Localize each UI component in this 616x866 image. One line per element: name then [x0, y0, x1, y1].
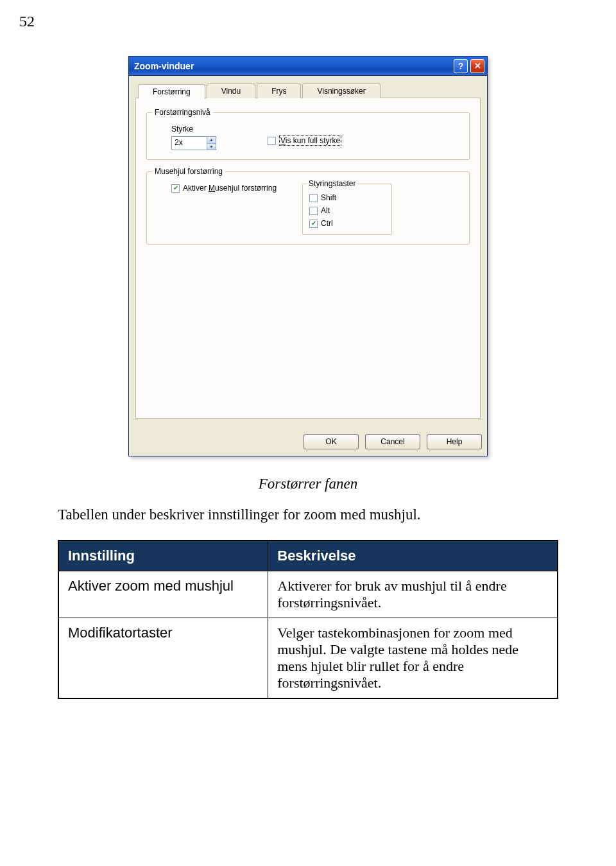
alt-checkbox[interactable]: Alt — [309, 206, 385, 215]
checkbox-icon — [268, 137, 276, 145]
checkbox-icon — [309, 207, 318, 215]
table-row: Aktiver zoom med mushjul Aktiverer for b… — [58, 571, 558, 618]
ctrl-label: Ctrl — [321, 219, 333, 228]
spin-up-icon[interactable]: ▲ — [207, 137, 216, 144]
tab-page: Forstørringsnivå Styrke 2x ▲ ▼ — [135, 98, 481, 419]
help-button[interactable]: Help — [427, 434, 482, 449]
tab-magnify[interactable]: Forstørring — [138, 84, 205, 99]
shift-label: Shift — [321, 193, 336, 202]
window-title: Zoom-vinduer — [134, 61, 194, 71]
intro-paragraph: Tabellen under beskriver innstillinger f… — [58, 505, 558, 524]
table-header-setting: Innstilling — [58, 541, 268, 571]
strength-label: Styrke — [171, 125, 216, 134]
close-icon[interactable]: ✕ — [470, 59, 484, 73]
modifier-keys-group: Styringstaster Shift Alt ✔ — [302, 184, 392, 235]
row2-desc: Velger tastekombinasjonen for zoom med m… — [268, 618, 558, 698]
enable-mousewheel-checkbox[interactable]: ✔ Aktiver Musehjul forstørring — [171, 184, 277, 193]
checkbox-icon: ✔ — [309, 220, 318, 228]
show-full-strength-checkbox[interactable]: Vis kun full styrke — [268, 135, 341, 146]
strength-input[interactable]: 2x ▲ ▼ — [171, 136, 216, 150]
tabs-row: Forstørring Vindu Frys Visningssøker — [135, 83, 481, 98]
mousewheel-group: Musehjul forstørring ✔ Aktiver Musehjul … — [146, 171, 470, 245]
checkbox-icon: ✔ — [171, 184, 180, 193]
table-row: Modifikatortaster Velger tastekombinasjo… — [58, 618, 558, 698]
group-legend-magnification: Forstørringsnivå — [152, 108, 213, 117]
checkbox-icon — [309, 194, 318, 202]
titlebar: Zoom-vinduer ? ✕ — [129, 56, 487, 76]
zoom-window: Zoom-vinduer ? ✕ Forstørring Vindu Frys … — [128, 56, 488, 456]
row2-label: Modifikatortaster — [58, 618, 268, 698]
enable-mousewheel-label: Aktiver Musehjul forstørring — [183, 184, 277, 193]
tab-viewfinder[interactable]: Visningssøker — [302, 83, 380, 98]
row1-label: Aktiver zoom med mushjul — [58, 571, 268, 618]
spin-down-icon[interactable]: ▼ — [207, 144, 216, 150]
magnification-group: Forstørringsnivå Styrke 2x ▲ ▼ — [146, 112, 470, 160]
alt-label: Alt — [321, 206, 330, 215]
ctrl-checkbox[interactable]: ✔ Ctrl — [309, 219, 385, 228]
ok-button[interactable]: OK — [304, 434, 359, 449]
figure-caption: Forstørrer fanen — [58, 476, 558, 492]
cancel-button[interactable]: Cancel — [365, 434, 420, 449]
group-legend-mousewheel: Musehjul forstørring — [152, 167, 225, 176]
row1-desc: Aktiverer for bruk av mushjul til å endr… — [268, 571, 558, 618]
strength-value: 2x — [172, 137, 207, 150]
settings-table: Innstilling Beskrivelse Aktiver zoom med… — [58, 540, 558, 699]
tab-window[interactable]: Vindu — [207, 83, 255, 98]
modifier-legend: Styringstaster — [307, 179, 357, 188]
show-full-strength-label: Vis kun full styrke — [279, 135, 341, 146]
dialog-button-row: OK Cancel Help — [129, 425, 487, 456]
table-header-description: Beskrivelse — [268, 541, 558, 571]
help-icon[interactable]: ? — [454, 59, 468, 73]
page-number: 52 — [19, 13, 558, 30]
tab-freeze[interactable]: Frys — [257, 83, 301, 98]
shift-checkbox[interactable]: Shift — [309, 193, 385, 202]
